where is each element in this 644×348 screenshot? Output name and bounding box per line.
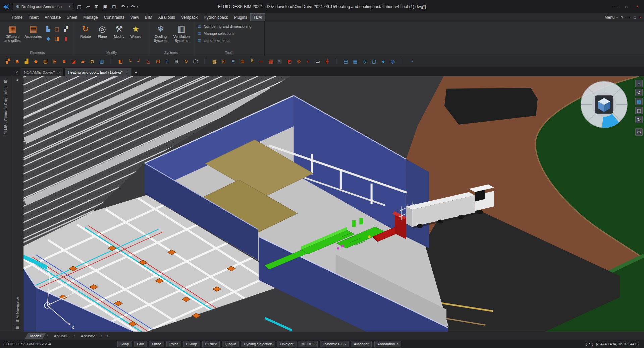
minimize-button[interactable]: —: [611, 3, 621, 11]
bim-navigator-panel-tab[interactable]: ★ BIM Navigator ▦: [11, 76, 23, 332]
pin-icon[interactable]: ★: [15, 78, 19, 82]
status-toggle-button[interactable]: Dynamic CCS: [320, 341, 349, 347]
tool-icon[interactable]: ┘: [135, 57, 144, 65]
refresh-icon[interactable]: ↻: [635, 116, 643, 123]
tools-menu-item[interactable]: ≣ Numbering and dimensioning: [194, 23, 264, 30]
view-navigation-wheel[interactable]: [580, 80, 629, 129]
help-button[interactable]: ?: [621, 15, 623, 19]
tool-icon[interactable]: ⊞: [50, 57, 59, 65]
tool-icon[interactable]: ◪: [69, 57, 78, 65]
menu-tab-view[interactable]: View: [127, 13, 142, 21]
new-file-button[interactable]: ▢: [75, 3, 83, 11]
tool-icon[interactable]: ◆: [32, 57, 40, 65]
undo-button[interactable]: ↶: [119, 3, 127, 11]
home-view-icon[interactable]: ⌂: [635, 80, 643, 87]
tool-icon[interactable]: ⊕: [172, 57, 181, 65]
status-toggle-button[interactable]: Snap: [117, 341, 132, 347]
tool-icon[interactable]: ╋: [323, 57, 331, 65]
ribbon-button[interactable]: ❄ Cooling Systems: [151, 23, 170, 43]
chevron-down-icon[interactable]: ▾: [127, 5, 128, 8]
tool-icon[interactable]: ▰: [78, 57, 87, 65]
close-button[interactable]: ×: [633, 3, 642, 11]
grid-panel-icon[interactable]: ▦: [15, 325, 19, 330]
document-close-button[interactable]: ×: [639, 15, 641, 19]
status-toggle-button[interactable]: Ortho: [149, 341, 164, 347]
element-tool-icon[interactable]: ◫: [53, 25, 61, 33]
status-toggle-button[interactable]: LWeight: [277, 341, 296, 347]
status-toggle-button[interactable]: Grid: [134, 341, 147, 347]
new-from-template-button[interactable]: ⊞: [93, 3, 101, 11]
tool-icon[interactable]: ↻: [182, 57, 191, 65]
accessories-button[interactable]: ▤ Accesories: [23, 23, 43, 39]
ribbon-button[interactable]: ★ Wizard: [128, 23, 144, 39]
close-icon[interactable]: ×: [126, 70, 128, 74]
tool-icon[interactable]: ≡: [229, 57, 237, 65]
save-button[interactable]: ▣: [101, 3, 109, 11]
status-toggle-button[interactable]: ESnap: [183, 341, 200, 347]
tool-icon[interactable]: ◔: [407, 57, 416, 65]
tool-icon[interactable]: ≈: [163, 57, 172, 65]
tool-icon[interactable]: ◩: [285, 57, 294, 65]
tool-icon[interactable]: ◧: [116, 57, 125, 65]
redo-button[interactable]: ↷: [129, 3, 137, 11]
element-tool-icon[interactable]: ◆: [44, 34, 52, 43]
ribbon-button[interactable]: ↻ Rotate: [78, 23, 93, 39]
status-toggle-button[interactable]: AMonitor: [351, 341, 372, 347]
viewport-3d[interactable]: Z Y X ⌂ ↺ ▦ ◳ ↻ ⚙: [23, 76, 644, 332]
tool-icon[interactable]: │: [201, 57, 209, 65]
status-toggle-button[interactable]: Polar: [166, 341, 181, 347]
sheet-tab-arkusz1[interactable]: Arkusz1: [49, 333, 73, 339]
tool-icon[interactable]: ◯: [191, 57, 200, 65]
tool-icon[interactable]: ▨: [41, 57, 50, 65]
status-toggle-button[interactable]: Cycling Selection: [241, 341, 275, 347]
tool-icon[interactable]: ◙: [13, 57, 21, 65]
tool-icon[interactable]: ▧: [210, 57, 219, 65]
tool-icon[interactable]: ■: [60, 57, 68, 65]
settings-gear-icon[interactable]: ⚙: [635, 128, 643, 136]
tool-icon[interactable]: │: [398, 57, 407, 65]
menu-dropdown[interactable]: Menu ▾: [604, 15, 618, 20]
menu-tab-xtratools[interactable]: XtraTools: [155, 13, 178, 21]
chevron-down-icon[interactable]: ▾: [137, 5, 138, 8]
element-tool-icon[interactable]: ◨: [53, 34, 61, 43]
status-toggle-button[interactable]: MODEL: [299, 341, 318, 347]
close-icon[interactable]: ×: [58, 70, 60, 74]
element-tool-icon[interactable]: ▞: [62, 25, 70, 33]
tool-icon[interactable]: ◘: [88, 57, 97, 65]
menu-tab-sheet[interactable]: Sheet: [64, 13, 80, 21]
menu-tab-manage[interactable]: Manage: [80, 13, 101, 21]
plot-button[interactable]: ⊟: [110, 3, 118, 11]
tool-icon[interactable]: ▢: [370, 57, 378, 65]
ribbon-button[interactable]: ⚒ Modify: [111, 23, 127, 39]
tool-icon[interactable]: ◍: [388, 57, 397, 65]
element-tool-icon[interactable]: ▙: [44, 25, 52, 33]
tool-icon[interactable]: ▞: [3, 57, 12, 65]
ribbon-minimize-button[interactable]: —: [627, 15, 630, 19]
menu-tab-bim[interactable]: BIM: [142, 13, 155, 21]
ribbon-button[interactable]: ◎ Plane: [95, 23, 110, 39]
status-toggle-button[interactable]: QInput: [222, 341, 239, 347]
pan-icon[interactable]: ◳: [635, 107, 643, 114]
layers-icon[interactable]: ▦: [635, 98, 643, 105]
tool-icon[interactable]: │: [332, 57, 341, 65]
tool-icon[interactable]: ▦: [351, 57, 360, 65]
menu-tab-insert[interactable]: Insert: [25, 13, 42, 21]
tool-icon[interactable]: ⊡: [219, 57, 228, 65]
tools-menu-item[interactable]: ≣ Manage selections: [194, 30, 264, 37]
add-sheet-button[interactable]: +: [103, 333, 112, 338]
tool-icon[interactable]: ▤: [341, 57, 350, 65]
tools-menu-item[interactable]: ≣ List of elements: [194, 37, 264, 44]
menu-tab-home[interactable]: Home: [9, 13, 25, 21]
tool-icon[interactable]: ▥: [97, 57, 106, 65]
tool-icon[interactable]: ═: [257, 57, 266, 65]
tool-icon[interactable]: ◐: [304, 57, 313, 65]
sheet-tab-model[interactable]: Model: [25, 333, 46, 339]
tool-icon[interactable]: ◇: [360, 57, 369, 65]
menu-tab-flm[interactable]: FLM: [250, 13, 265, 21]
diffusers-and-grilles-button[interactable]: ▦ Diffusers and grilles: [3, 23, 22, 43]
new-document-tab-button[interactable]: +: [132, 68, 140, 76]
tool-icon[interactable]: ≣: [238, 57, 247, 65]
ribbon-restore-button[interactable]: □: [634, 15, 636, 19]
element-tool-icon[interactable]: ▮: [62, 34, 70, 43]
tool-icon[interactable]: ╚: [248, 57, 256, 65]
